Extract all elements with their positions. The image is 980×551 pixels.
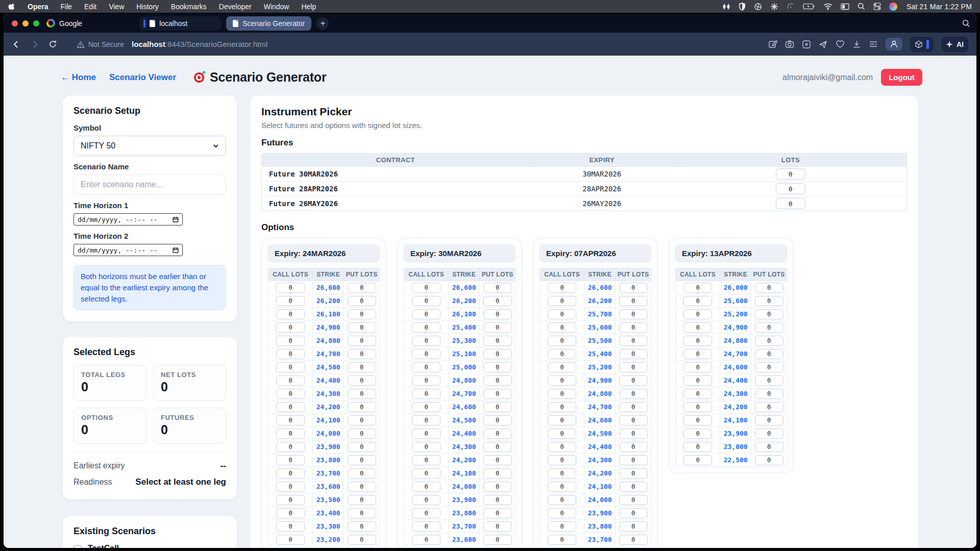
new-tab-button[interactable]: +	[316, 17, 329, 30]
call-lot-input[interactable]	[412, 442, 440, 452]
put-lot-input[interactable]	[483, 482, 512, 492]
call-lot-input[interactable]	[548, 521, 576, 532]
put-lot-input[interactable]	[348, 336, 376, 346]
menu-developer[interactable]: Developer	[219, 3, 252, 11]
download-icon[interactable]	[852, 40, 861, 48]
call-lot-input[interactable]	[276, 375, 305, 386]
put-lot-input[interactable]	[483, 336, 512, 346]
put-lot-input[interactable]	[619, 362, 648, 372]
call-lot-input[interactable]	[412, 482, 440, 492]
call-lot-input[interactable]	[683, 349, 712, 359]
tab-scenario-generator[interactable]: Scenario Generator	[226, 16, 311, 31]
put-lot-input[interactable]	[483, 429, 512, 439]
menu-view[interactable]: View	[109, 3, 124, 11]
put-lot-input[interactable]	[348, 442, 376, 452]
call-lot-input[interactable]	[276, 322, 305, 333]
scenario-name-input[interactable]	[74, 174, 226, 195]
wifi-icon[interactable]	[823, 3, 832, 10]
put-lot-input[interactable]	[483, 468, 512, 479]
put-lot-input[interactable]	[755, 389, 783, 399]
apple-menu-icon[interactable]	[8, 3, 15, 11]
call-lot-input[interactable]	[412, 415, 440, 425]
home-link[interactable]: ← Home	[61, 72, 96, 83]
call-lot-input[interactable]	[412, 429, 440, 439]
starburst-icon[interactable]	[770, 3, 778, 11]
put-lot-input[interactable]	[619, 495, 648, 505]
put-lot-input[interactable]	[755, 349, 783, 359]
call-lot-input[interactable]	[276, 389, 305, 399]
call-lot-input[interactable]	[548, 296, 576, 306]
logout-button[interactable]: Logout	[881, 69, 922, 86]
menu-file[interactable]: File	[60, 3, 72, 11]
assistant-icon[interactable]	[889, 3, 897, 11]
call-lot-input[interactable]	[683, 389, 712, 399]
call-lot-input[interactable]	[276, 283, 305, 293]
put-lot-input[interactable]	[755, 442, 783, 452]
call-lot-input[interactable]	[276, 415, 305, 425]
put-lot-input[interactable]	[348, 521, 376, 532]
call-lot-input[interactable]	[276, 508, 305, 518]
call-lot-input[interactable]	[412, 402, 440, 412]
menu-history[interactable]: History	[136, 3, 159, 11]
put-lot-input[interactable]	[348, 429, 376, 439]
call-lot-input[interactable]	[548, 349, 576, 359]
call-lot-input[interactable]	[412, 336, 440, 346]
future-lots-input[interactable]	[776, 198, 805, 209]
menu-help[interactable]: Help	[301, 3, 316, 11]
call-lot-input[interactable]	[276, 429, 305, 439]
put-lot-input[interactable]	[619, 296, 648, 306]
put-lot-input[interactable]	[755, 415, 783, 425]
put-lot-input[interactable]	[483, 349, 512, 359]
call-lot-input[interactable]	[548, 283, 576, 293]
call-lot-input[interactable]	[683, 309, 712, 319]
put-lot-input[interactable]	[755, 322, 783, 333]
put-lot-input[interactable]	[348, 375, 376, 386]
put-lot-input[interactable]	[619, 468, 648, 479]
future-lots-input[interactable]	[776, 168, 805, 180]
call-lot-input[interactable]	[276, 402, 305, 412]
call-lot-input[interactable]	[412, 362, 440, 372]
put-lot-input[interactable]	[483, 296, 512, 306]
menu-bookmarks[interactable]: Bookmarks	[171, 3, 207, 11]
put-lot-input[interactable]	[755, 455, 783, 465]
call-lot-input[interactable]	[276, 362, 305, 372]
control-center-icon[interactable]	[873, 3, 881, 10]
future-lots-input[interactable]	[776, 183, 805, 194]
put-lot-input[interactable]	[348, 495, 376, 505]
display-icon[interactable]	[841, 3, 849, 10]
call-lot-input[interactable]	[548, 402, 576, 412]
put-lot-input[interactable]	[348, 362, 376, 372]
put-lot-input[interactable]	[483, 322, 512, 333]
speed-dial-google[interactable]: Google	[46, 19, 82, 28]
put-lot-input[interactable]	[483, 375, 512, 386]
put-lot-input[interactable]	[619, 535, 648, 545]
put-lot-input[interactable]	[755, 429, 783, 439]
put-lot-input[interactable]	[619, 322, 648, 333]
close-box-icon[interactable]	[802, 40, 811, 49]
battery-charging-icon[interactable]	[803, 3, 815, 10]
call-lot-input[interactable]	[276, 442, 305, 452]
put-lot-input[interactable]	[348, 309, 376, 319]
back-button[interactable]	[12, 40, 21, 49]
call-lot-input[interactable]	[412, 455, 440, 465]
call-lot-input[interactable]	[548, 429, 576, 439]
minimize-window-button[interactable]	[22, 20, 29, 27]
call-lot-input[interactable]	[548, 415, 576, 425]
call-lot-input[interactable]	[412, 309, 440, 319]
send-icon[interactable]	[819, 40, 828, 49]
put-lot-input[interactable]	[619, 336, 648, 346]
put-lot-input[interactable]	[483, 415, 512, 425]
put-lot-input[interactable]	[619, 402, 648, 412]
call-lot-input[interactable]	[548, 322, 576, 333]
zoom-window-button[interactable]	[33, 20, 39, 27]
call-lot-input[interactable]	[548, 535, 576, 545]
call-lot-input[interactable]	[276, 535, 305, 545]
put-lot-input[interactable]	[483, 521, 512, 532]
site-security-info[interactable]: Not Secure	[77, 40, 124, 48]
put-lot-input[interactable]	[348, 482, 376, 492]
call-lot-input[interactable]	[548, 482, 576, 492]
put-lot-input[interactable]	[619, 482, 648, 492]
put-lot-input[interactable]	[348, 415, 376, 425]
reload-button[interactable]	[48, 40, 57, 48]
put-lot-input[interactable]	[755, 375, 783, 386]
